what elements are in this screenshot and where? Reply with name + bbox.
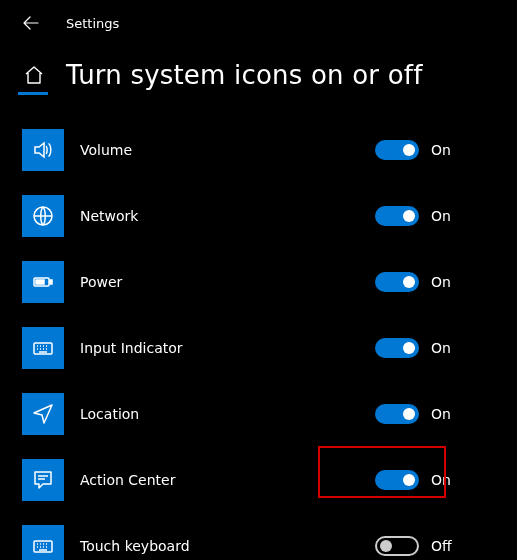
toggle-area: On [375,140,495,160]
toggle-state-label: On [431,406,451,422]
toggle-area: On [375,404,495,424]
keyboard-icon [22,327,64,369]
toggle-knob [403,210,415,222]
home-icon[interactable] [22,66,46,84]
toggle-knob [403,474,415,486]
page-title: Turn system icons on or off [66,60,423,90]
toggle-knob [403,408,415,420]
setting-row-power: PowerOn [22,252,495,312]
toggle-state-label: On [431,340,451,356]
tab-underline [18,92,48,95]
back-button[interactable] [22,14,40,32]
toggle-volume[interactable] [375,140,419,160]
toggle-area: On [375,272,495,292]
toggle-knob [380,540,392,552]
setting-label: Volume [80,142,375,158]
toggle-input-indicator[interactable] [375,338,419,358]
toggle-state-label: Off [431,538,452,554]
setting-label: Touch keyboard [80,538,375,554]
setting-row-network: NetworkOn [22,186,495,246]
toggle-knob [403,276,415,288]
action-center-icon [22,459,64,501]
toggle-state-label: On [431,274,451,290]
toggle-action-center[interactable] [375,470,419,490]
toggle-area: On [375,338,495,358]
location-icon [22,393,64,435]
network-icon [22,195,64,237]
setting-label: Action Center [80,472,375,488]
setting-label: Location [80,406,375,422]
toggle-network[interactable] [375,206,419,226]
setting-row-action-center: Action CenterOn [22,450,495,510]
keyboard-icon [22,525,64,560]
setting-label: Power [80,274,375,290]
toggle-state-label: On [431,208,451,224]
toggle-knob [403,144,415,156]
power-icon [22,261,64,303]
svg-rect-2 [50,280,52,284]
setting-row-volume: VolumeOn [22,120,495,180]
setting-label: Network [80,208,375,224]
toggle-area: On [375,470,495,490]
setting-label: Input Indicator [80,340,375,356]
toggle-power[interactable] [375,272,419,292]
setting-row-touch-keyboard: Touch keyboardOff [22,516,495,560]
toggle-state-label: On [431,142,451,158]
toggle-area: Off [375,536,495,556]
svg-rect-3 [36,280,44,284]
setting-row-input-indicator: Input IndicatorOn [22,318,495,378]
toggle-knob [403,342,415,354]
toggle-area: On [375,206,495,226]
toggle-location[interactable] [375,404,419,424]
app-title: Settings [66,16,119,31]
toggle-state-label: On [431,472,451,488]
toggle-touch-keyboard[interactable] [375,536,419,556]
volume-icon [22,129,64,171]
setting-row-location: LocationOn [22,384,495,444]
settings-list: VolumeOnNetworkOnPowerOnInput IndicatorO… [0,98,517,560]
